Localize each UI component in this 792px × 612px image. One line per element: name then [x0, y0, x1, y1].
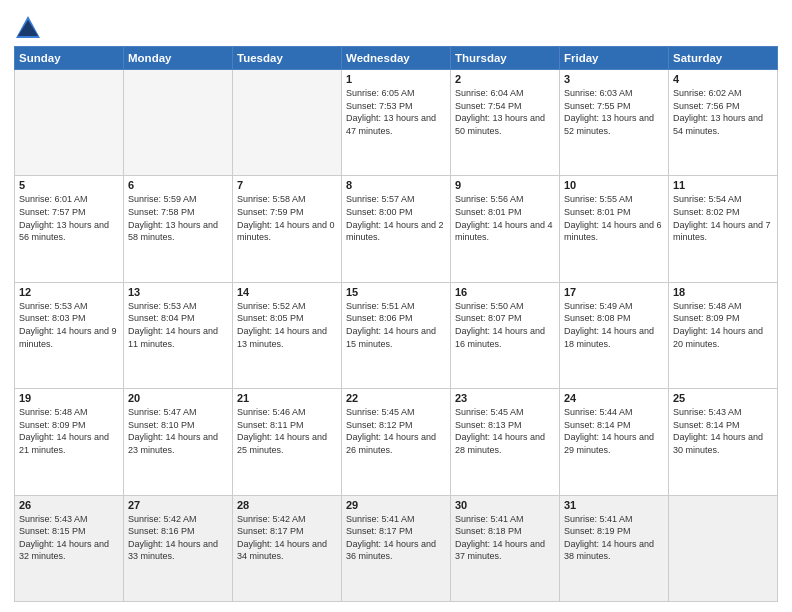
weekday-header-row: SundayMondayTuesdayWednesdayThursdayFrid… — [15, 47, 778, 70]
logo-icon — [14, 14, 42, 42]
day-number: 2 — [455, 73, 555, 85]
day-number: 15 — [346, 286, 446, 298]
calendar-day-cell: 13Sunrise: 5:53 AM Sunset: 8:04 PM Dayli… — [124, 282, 233, 388]
day-info: Sunrise: 5:41 AM Sunset: 8:18 PM Dayligh… — [455, 513, 555, 563]
day-info: Sunrise: 5:47 AM Sunset: 8:10 PM Dayligh… — [128, 406, 228, 456]
day-info: Sunrise: 5:42 AM Sunset: 8:17 PM Dayligh… — [237, 513, 337, 563]
day-number: 7 — [237, 179, 337, 191]
calendar-day-cell — [124, 70, 233, 176]
weekday-header: Sunday — [15, 47, 124, 70]
day-number: 24 — [564, 392, 664, 404]
day-number: 4 — [673, 73, 773, 85]
calendar-day-cell: 11Sunrise: 5:54 AM Sunset: 8:02 PM Dayli… — [669, 176, 778, 282]
day-info: Sunrise: 6:03 AM Sunset: 7:55 PM Dayligh… — [564, 87, 664, 137]
calendar-day-cell: 3Sunrise: 6:03 AM Sunset: 7:55 PM Daylig… — [560, 70, 669, 176]
calendar-week-row: 5Sunrise: 6:01 AM Sunset: 7:57 PM Daylig… — [15, 176, 778, 282]
day-info: Sunrise: 5:41 AM Sunset: 8:19 PM Dayligh… — [564, 513, 664, 563]
svg-marker-1 — [18, 20, 38, 36]
day-info: Sunrise: 5:54 AM Sunset: 8:02 PM Dayligh… — [673, 193, 773, 243]
day-info: Sunrise: 5:53 AM Sunset: 8:03 PM Dayligh… — [19, 300, 119, 350]
day-info: Sunrise: 5:53 AM Sunset: 8:04 PM Dayligh… — [128, 300, 228, 350]
day-info: Sunrise: 5:45 AM Sunset: 8:13 PM Dayligh… — [455, 406, 555, 456]
day-info: Sunrise: 5:44 AM Sunset: 8:14 PM Dayligh… — [564, 406, 664, 456]
calendar-day-cell: 14Sunrise: 5:52 AM Sunset: 8:05 PM Dayli… — [233, 282, 342, 388]
day-info: Sunrise: 5:45 AM Sunset: 8:12 PM Dayligh… — [346, 406, 446, 456]
page: SundayMondayTuesdayWednesdayThursdayFrid… — [0, 0, 792, 612]
day-info: Sunrise: 5:55 AM Sunset: 8:01 PM Dayligh… — [564, 193, 664, 243]
calendar-day-cell: 30Sunrise: 5:41 AM Sunset: 8:18 PM Dayli… — [451, 495, 560, 601]
day-number: 22 — [346, 392, 446, 404]
calendar-day-cell: 22Sunrise: 5:45 AM Sunset: 8:12 PM Dayli… — [342, 389, 451, 495]
calendar-day-cell: 12Sunrise: 5:53 AM Sunset: 8:03 PM Dayli… — [15, 282, 124, 388]
calendar-day-cell: 5Sunrise: 6:01 AM Sunset: 7:57 PM Daylig… — [15, 176, 124, 282]
day-info: Sunrise: 6:05 AM Sunset: 7:53 PM Dayligh… — [346, 87, 446, 137]
day-info: Sunrise: 5:57 AM Sunset: 8:00 PM Dayligh… — [346, 193, 446, 243]
calendar-day-cell: 4Sunrise: 6:02 AM Sunset: 7:56 PM Daylig… — [669, 70, 778, 176]
calendar-day-cell: 27Sunrise: 5:42 AM Sunset: 8:16 PM Dayli… — [124, 495, 233, 601]
day-info: Sunrise: 5:56 AM Sunset: 8:01 PM Dayligh… — [455, 193, 555, 243]
calendar-table: SundayMondayTuesdayWednesdayThursdayFrid… — [14, 46, 778, 602]
weekday-header: Thursday — [451, 47, 560, 70]
day-info: Sunrise: 5:48 AM Sunset: 8:09 PM Dayligh… — [673, 300, 773, 350]
calendar-day-cell — [15, 70, 124, 176]
day-info: Sunrise: 5:50 AM Sunset: 8:07 PM Dayligh… — [455, 300, 555, 350]
day-info: Sunrise: 5:48 AM Sunset: 8:09 PM Dayligh… — [19, 406, 119, 456]
day-info: Sunrise: 5:52 AM Sunset: 8:05 PM Dayligh… — [237, 300, 337, 350]
calendar-day-cell: 21Sunrise: 5:46 AM Sunset: 8:11 PM Dayli… — [233, 389, 342, 495]
calendar-day-cell: 20Sunrise: 5:47 AM Sunset: 8:10 PM Dayli… — [124, 389, 233, 495]
day-info: Sunrise: 5:59 AM Sunset: 7:58 PM Dayligh… — [128, 193, 228, 243]
day-number: 13 — [128, 286, 228, 298]
day-number: 14 — [237, 286, 337, 298]
day-number: 19 — [19, 392, 119, 404]
calendar-day-cell: 1Sunrise: 6:05 AM Sunset: 7:53 PM Daylig… — [342, 70, 451, 176]
calendar-day-cell: 24Sunrise: 5:44 AM Sunset: 8:14 PM Dayli… — [560, 389, 669, 495]
calendar-day-cell: 2Sunrise: 6:04 AM Sunset: 7:54 PM Daylig… — [451, 70, 560, 176]
header — [14, 10, 778, 42]
day-number: 31 — [564, 499, 664, 511]
calendar-day-cell: 10Sunrise: 5:55 AM Sunset: 8:01 PM Dayli… — [560, 176, 669, 282]
weekday-header: Wednesday — [342, 47, 451, 70]
day-number: 27 — [128, 499, 228, 511]
calendar-day-cell: 18Sunrise: 5:48 AM Sunset: 8:09 PM Dayli… — [669, 282, 778, 388]
day-number: 10 — [564, 179, 664, 191]
calendar-day-cell: 31Sunrise: 5:41 AM Sunset: 8:19 PM Dayli… — [560, 495, 669, 601]
calendar-day-cell — [669, 495, 778, 601]
day-number: 9 — [455, 179, 555, 191]
calendar-week-row: 12Sunrise: 5:53 AM Sunset: 8:03 PM Dayli… — [15, 282, 778, 388]
day-number: 18 — [673, 286, 773, 298]
day-number: 11 — [673, 179, 773, 191]
day-info: Sunrise: 5:46 AM Sunset: 8:11 PM Dayligh… — [237, 406, 337, 456]
calendar-day-cell: 28Sunrise: 5:42 AM Sunset: 8:17 PM Dayli… — [233, 495, 342, 601]
day-info: Sunrise: 5:51 AM Sunset: 8:06 PM Dayligh… — [346, 300, 446, 350]
day-number: 12 — [19, 286, 119, 298]
calendar-day-cell: 29Sunrise: 5:41 AM Sunset: 8:17 PM Dayli… — [342, 495, 451, 601]
day-number: 17 — [564, 286, 664, 298]
calendar-day-cell: 26Sunrise: 5:43 AM Sunset: 8:15 PM Dayli… — [15, 495, 124, 601]
calendar-day-cell: 16Sunrise: 5:50 AM Sunset: 8:07 PM Dayli… — [451, 282, 560, 388]
calendar-day-cell — [233, 70, 342, 176]
day-info: Sunrise: 6:04 AM Sunset: 7:54 PM Dayligh… — [455, 87, 555, 137]
calendar-day-cell: 8Sunrise: 5:57 AM Sunset: 8:00 PM Daylig… — [342, 176, 451, 282]
calendar-week-row: 1Sunrise: 6:05 AM Sunset: 7:53 PM Daylig… — [15, 70, 778, 176]
calendar-day-cell: 15Sunrise: 5:51 AM Sunset: 8:06 PM Dayli… — [342, 282, 451, 388]
day-number: 8 — [346, 179, 446, 191]
calendar-day-cell: 6Sunrise: 5:59 AM Sunset: 7:58 PM Daylig… — [124, 176, 233, 282]
day-number: 30 — [455, 499, 555, 511]
logo — [14, 14, 44, 42]
day-number: 29 — [346, 499, 446, 511]
calendar-day-cell: 23Sunrise: 5:45 AM Sunset: 8:13 PM Dayli… — [451, 389, 560, 495]
calendar-day-cell: 19Sunrise: 5:48 AM Sunset: 8:09 PM Dayli… — [15, 389, 124, 495]
calendar-day-cell: 9Sunrise: 5:56 AM Sunset: 8:01 PM Daylig… — [451, 176, 560, 282]
day-number: 23 — [455, 392, 555, 404]
day-number: 26 — [19, 499, 119, 511]
calendar-day-cell: 25Sunrise: 5:43 AM Sunset: 8:14 PM Dayli… — [669, 389, 778, 495]
day-number: 6 — [128, 179, 228, 191]
weekday-header: Saturday — [669, 47, 778, 70]
day-number: 5 — [19, 179, 119, 191]
weekday-header: Friday — [560, 47, 669, 70]
day-info: Sunrise: 6:01 AM Sunset: 7:57 PM Dayligh… — [19, 193, 119, 243]
day-info: Sunrise: 6:02 AM Sunset: 7:56 PM Dayligh… — [673, 87, 773, 137]
day-number: 3 — [564, 73, 664, 85]
day-info: Sunrise: 5:42 AM Sunset: 8:16 PM Dayligh… — [128, 513, 228, 563]
weekday-header: Tuesday — [233, 47, 342, 70]
